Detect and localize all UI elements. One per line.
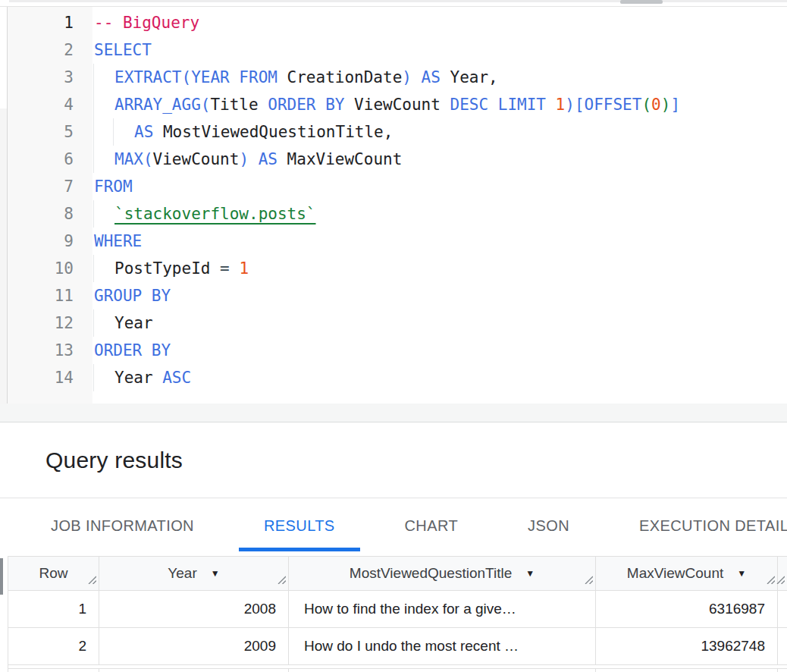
code-line-8[interactable]: `stackoverflow.posts` [92, 200, 787, 228]
tab-results[interactable]: RESULTS [239, 498, 360, 554]
tab-json[interactable]: JSON [503, 498, 594, 554]
code-line-11[interactable]: GROUP BY [92, 282, 787, 309]
column-header-mostviewedquestiontitle[interactable]: MostViewedQuestionTitle▼ [289, 557, 596, 590]
code-line-10[interactable]: PostTypeId = 1 [92, 255, 787, 282]
code-token: EXTRACT(YEAR FROM [114, 68, 287, 86]
cell-row-number: 2 [8, 628, 99, 664]
horizontal-scrollbar-track[interactable] [9, 0, 787, 2]
code-line-6[interactable]: MAX(ViewCount) AS MaxViewCount [92, 146, 787, 173]
query-results-header: Query results [0, 422, 787, 498]
line-number-gutter: 1234567891011121314 [8, 7, 92, 404]
code-token: ASC [162, 369, 191, 387]
code-token: 1 [239, 259, 249, 278]
table-row: 22009How do I undo the most recent …1396… [8, 628, 787, 665]
table-reference-link[interactable]: `stackoverflow.posts` [114, 205, 316, 223]
column-header-label: Row [39, 565, 67, 582]
sql-editor[interactable]: 1234567891011121314 -- BigQuerySELECTEXT… [0, 7, 787, 404]
code-token: WHERE [94, 232, 142, 250]
table-row: 12008How to find the index for a give…63… [8, 591, 787, 628]
sort-dropdown-icon[interactable]: ▼ [737, 568, 746, 579]
column-resize-handle[interactable] [583, 571, 593, 588]
tab-label: JSON [528, 517, 569, 535]
cell-year: 2009 [99, 628, 289, 664]
cell-row-number: 1 [8, 591, 99, 627]
horizontal-scrollbar-thumb[interactable] [620, 0, 663, 4]
cell-max-view-count: 6316987 [596, 591, 778, 627]
line-number: 14 [8, 364, 92, 391]
column-header-label: MostViewedQuestionTitle [350, 565, 512, 582]
code-line-2[interactable]: SELECT [92, 36, 787, 64]
tab-execution-details[interactable]: EXECUTION DETAILS [614, 498, 787, 554]
code-token: PostTypeId [114, 259, 220, 278]
tab-job-information[interactable]: JOB INFORMATION [26, 498, 219, 554]
code-line-4[interactable]: ARRAY_AGG(Title ORDER BY ViewCount DESC … [92, 91, 787, 118]
cell-filler [778, 669, 787, 672]
code-line-13[interactable]: ORDER BY [92, 337, 787, 364]
vertical-scrollbar-thumb[interactable] [0, 558, 3, 595]
panel-divider-strip [0, 404, 787, 422]
indent-guide [93, 146, 94, 173]
editor-left-rail [0, 7, 8, 404]
line-number: 10 [8, 255, 92, 282]
cell-partial [99, 669, 289, 672]
tab-label: CHART [405, 517, 459, 535]
column-resize-handle[interactable] [276, 571, 286, 588]
cell-filler [778, 591, 787, 627]
code-token: FROM [94, 177, 133, 196]
code-token: ( [641, 96, 651, 114]
code-token: ] [670, 96, 680, 114]
code-token: )[OFFSET [565, 96, 641, 114]
indent-guide [93, 309, 94, 337]
column-resize-handle[interactable] [775, 571, 785, 588]
code-token: ) AS [239, 150, 287, 168]
column-header-maxviewcount[interactable]: MaxViewCount▼ [596, 557, 778, 590]
code-token: 1 [556, 96, 566, 114]
code-line-14[interactable]: Year ASC [92, 364, 787, 391]
code-token: SELECT [94, 41, 152, 59]
column-resize-handle[interactable] [86, 571, 96, 588]
code-line-3[interactable]: EXTRACT(YEAR FROM CreationDate) AS Year, [92, 64, 787, 91]
code-token: MAX( [114, 150, 153, 168]
code-token: ARRAY_AGG( [114, 96, 210, 114]
sort-dropdown-icon[interactable]: ▼ [525, 568, 535, 579]
results-table-area: RowYear▼MostViewedQuestionTitle▼MaxViewC… [0, 556, 787, 672]
line-number: 4 [8, 91, 92, 118]
cell-partial [8, 669, 99, 672]
tab-chart[interactable]: CHART [380, 498, 484, 554]
line-number: 2 [8, 36, 92, 64]
code-token: Year [114, 369, 162, 387]
tab-label: RESULTS [264, 517, 335, 535]
cell-partial [596, 669, 778, 672]
tab-label: EXECUTION DETAILS [639, 517, 787, 535]
indent-guide [93, 200, 94, 228]
column-header-row[interactable]: Row [8, 557, 99, 590]
column-resize-handle[interactable] [765, 571, 775, 588]
column-header-year[interactable]: Year▼ [99, 557, 289, 590]
code-line-9[interactable]: WHERE [92, 228, 787, 255]
line-number: 8 [8, 200, 92, 228]
code-line-7[interactable]: FROM [92, 173, 787, 200]
bigquery-query-panel: 1234567891011121314 -- BigQuerySELECTEXT… [0, 0, 787, 672]
line-number: 7 [8, 173, 92, 200]
editor-left-rail-lower [0, 108, 7, 404]
code-token: -- BigQuery [94, 14, 199, 32]
code-token: Year, [450, 68, 498, 86]
line-number: 6 [8, 146, 92, 173]
indent-guide [93, 91, 94, 118]
code-line-1[interactable]: -- BigQuery [92, 9, 787, 36]
code-token: ORDER BY [268, 96, 354, 114]
tab-label: JOB INFORMATION [51, 517, 194, 535]
code-token: ViewCount [354, 96, 450, 114]
editor-top-strip [0, 0, 787, 7]
column-header-filler [778, 557, 787, 590]
code-line-5[interactable]: AS MostViewedQuestionTitle, [92, 118, 787, 146]
code-area[interactable]: -- BigQuerySELECTEXTRACT(YEAR FROM Creat… [92, 7, 787, 404]
cell-partial [289, 669, 596, 672]
code-token: AS [134, 123, 163, 141]
sort-dropdown-icon[interactable]: ▼ [211, 568, 220, 579]
code-line-12[interactable]: Year [92, 309, 787, 337]
results-grid: RowYear▼MostViewedQuestionTitle▼MaxViewC… [8, 556, 787, 672]
code-token: ) AS [402, 68, 450, 86]
indent-guide [113, 118, 114, 146]
table-row-partial [8, 668, 787, 672]
